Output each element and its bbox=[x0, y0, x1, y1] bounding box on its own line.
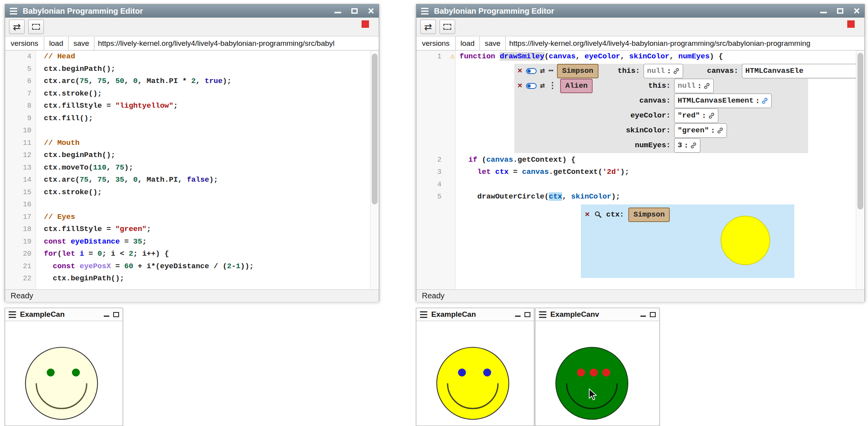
url-input[interactable] bbox=[94, 36, 379, 50]
load-button[interactable]: load bbox=[456, 36, 480, 50]
select-region-button[interactable] bbox=[439, 20, 455, 34]
line-number[interactable]: 3 bbox=[416, 166, 456, 179]
line-number[interactable]: 13 bbox=[5, 162, 36, 174]
line-number[interactable]: 16 bbox=[5, 199, 36, 211]
line-number[interactable]: 5 bbox=[416, 191, 456, 203]
scrollbar[interactable] bbox=[856, 51, 864, 289]
titlebar[interactable]: ExampleCan bbox=[5, 308, 123, 321]
param-value-box[interactable]: null ▴▾ bbox=[674, 79, 714, 94]
titlebar[interactable]: ExampleCan bbox=[416, 308, 534, 321]
line-number[interactable]: 6 bbox=[5, 75, 36, 88]
param-value-box[interactable]: 3 ▴▾ bbox=[674, 138, 700, 153]
minimize-button[interactable] bbox=[640, 316, 646, 317]
code-line[interactable]: 13ctx.moveTo(110, 75); bbox=[5, 162, 379, 174]
code-line[interactable]: 2 if (canvas.getContext) { bbox=[416, 154, 864, 166]
versions-button[interactable]: versions bbox=[5, 36, 44, 50]
link-icon[interactable] bbox=[761, 97, 768, 104]
code-line[interactable]: 12ctx.beginPath(); bbox=[5, 149, 379, 162]
toggle-example-icon[interactable] bbox=[526, 68, 537, 74]
maximize-button[interactable] bbox=[837, 8, 843, 14]
code-editor[interactable]: 4// Head5ctx.beginPath();6ctx.arc(75, 75… bbox=[5, 51, 379, 289]
close-button[interactable]: × bbox=[854, 7, 860, 15]
code-line[interactable]: 9ctx.fill(); bbox=[5, 112, 379, 125]
versions-button[interactable]: versions bbox=[416, 36, 456, 50]
close-button[interactable]: × bbox=[368, 7, 374, 15]
stepper-icon[interactable]: ▴▾ bbox=[712, 128, 714, 134]
line-number[interactable]: 9 bbox=[5, 112, 36, 125]
code-line[interactable]: 5ctx.beginPath(); bbox=[5, 63, 379, 76]
param-value-box[interactable]: "green" ▴▾ bbox=[674, 123, 727, 138]
delete-example-icon[interactable]: × bbox=[517, 67, 523, 75]
link-icon[interactable] bbox=[673, 68, 680, 74]
code-line[interactable]: 4// Head bbox=[5, 51, 379, 63]
line-number[interactable]: 1⚠ bbox=[416, 51, 456, 63]
line-number[interactable]: 19 bbox=[5, 236, 36, 248]
code-line[interactable]: 1⚠function drawSmiley(canvas, eyeColor, … bbox=[416, 51, 864, 63]
code-line[interactable]: 22 ctx.beginPath(); bbox=[5, 273, 379, 285]
code-line[interactable]: 19const eyeDistance = 35; bbox=[5, 236, 379, 248]
code-line[interactable]: 14ctx.arc(75, 75, 35, 0, Math.PI, false)… bbox=[5, 174, 379, 186]
menu-dots-icon[interactable]: ⋯ bbox=[548, 67, 553, 75]
code-line[interactable]: 6ctx.arc(75, 75, 50, 0, Math.PI * 2, tru… bbox=[5, 75, 379, 88]
line-number[interactable]: 5 bbox=[5, 63, 36, 76]
line-number[interactable]: 18 bbox=[5, 223, 36, 236]
menu-dots-icon[interactable]: ⋮ bbox=[548, 82, 557, 90]
link-icon[interactable] bbox=[708, 112, 715, 119]
delete-example-icon[interactable]: × bbox=[517, 82, 523, 90]
code-line[interactable]: 11// Mouth bbox=[5, 137, 379, 150]
code-line[interactable]: 21 const eyePosX = 60 + i*(eyeDistance /… bbox=[5, 260, 379, 273]
line-number[interactable]: 4 bbox=[416, 179, 456, 191]
param-value-box[interactable]: "red" ▴▾ bbox=[674, 108, 718, 123]
swap-arrows-icon[interactable]: ⇄ bbox=[540, 67, 545, 75]
select-region-button[interactable] bbox=[28, 20, 44, 34]
line-number[interactable]: 22 bbox=[5, 273, 36, 285]
line-number[interactable]: 7 bbox=[5, 88, 36, 100]
stepper-icon[interactable]: ▴▾ bbox=[703, 113, 705, 119]
titlebar[interactable]: Babylonian Programming Editor × bbox=[416, 4, 864, 18]
menu-icon[interactable] bbox=[539, 311, 546, 318]
example-name-badge[interactable]: Alien bbox=[560, 79, 593, 94]
line-number[interactable]: 20 bbox=[5, 248, 36, 260]
maximize-button[interactable] bbox=[650, 312, 656, 317]
line-number[interactable]: 12 bbox=[5, 149, 36, 162]
code-line[interactable]: 15ctx.stroke(); bbox=[5, 186, 379, 199]
param-value-box[interactable]: HTMLCanvasElement ▴▾ bbox=[674, 94, 772, 108]
line-number[interactable]: 11 bbox=[5, 137, 36, 150]
stepper-icon[interactable]: ▴▾ bbox=[756, 98, 759, 104]
line-number[interactable]: 14 bbox=[5, 174, 36, 186]
delete-probe-icon[interactable]: × bbox=[585, 211, 590, 219]
maximize-button[interactable] bbox=[113, 312, 119, 317]
minimize-button[interactable] bbox=[104, 316, 109, 317]
titlebar[interactable]: Babylonian Programming Editor × bbox=[5, 4, 379, 18]
menu-icon[interactable] bbox=[420, 311, 427, 318]
menu-icon[interactable] bbox=[10, 8, 17, 14]
code-line[interactable]: 17// Eyes bbox=[5, 211, 379, 224]
maximize-button[interactable] bbox=[351, 8, 358, 14]
code-line[interactable]: 10 bbox=[5, 125, 379, 137]
line-number[interactable]: 8 bbox=[5, 100, 36, 112]
load-button[interactable]: load bbox=[44, 36, 69, 50]
magnifier-icon[interactable] bbox=[594, 211, 602, 218]
maximize-button[interactable] bbox=[524, 312, 530, 317]
save-button[interactable]: save bbox=[69, 36, 94, 50]
warning-icon[interactable]: ⚠ bbox=[450, 51, 455, 63]
line-number[interactable]: 4 bbox=[5, 51, 36, 63]
code-line[interactable]: 18ctx.fillStyle = "green"; bbox=[5, 223, 379, 236]
minimize-button[interactable] bbox=[515, 316, 521, 317]
probe-example-badge[interactable]: Simpson bbox=[628, 208, 670, 222]
link-icon[interactable] bbox=[717, 127, 723, 134]
toggle-perspective-button[interactable]: ⇄ bbox=[420, 20, 436, 34]
link-icon[interactable] bbox=[703, 83, 710, 89]
stepper-icon[interactable]: ▴▾ bbox=[667, 68, 670, 74]
example-name-badge[interactable]: Simpson bbox=[557, 64, 599, 79]
code-line[interactable]: 8ctx.fillStyle = "lightyellow"; bbox=[5, 100, 379, 112]
code-editor[interactable]: 1⚠function drawSmiley(canvas, eyeColor, … bbox=[416, 51, 864, 289]
smiley-canvas[interactable] bbox=[416, 321, 534, 426]
line-number[interactable]: 21 bbox=[5, 260, 36, 273]
menu-icon[interactable] bbox=[9, 311, 16, 318]
line-number[interactable]: 10 bbox=[5, 125, 36, 137]
link-icon[interactable] bbox=[690, 142, 697, 149]
titlebar[interactable]: ExampleCanv bbox=[535, 308, 659, 321]
code-line[interactable]: 4 bbox=[416, 179, 864, 191]
scrollbar[interactable] bbox=[370, 51, 379, 289]
